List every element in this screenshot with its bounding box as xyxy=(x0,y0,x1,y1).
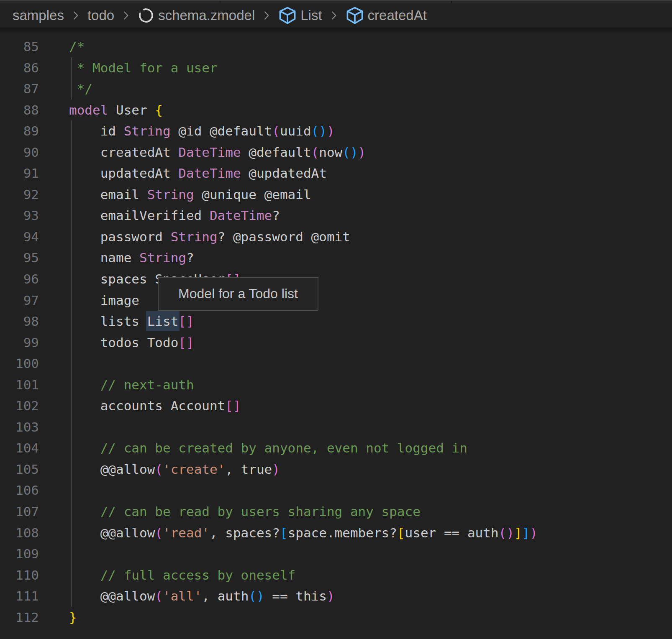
line-number: 93 xyxy=(0,205,39,226)
line-number: 88 xyxy=(0,100,39,121)
code-line-content[interactable]: /* xyxy=(69,36,85,57)
breadcrumb-item-createdat[interactable]: createdAt xyxy=(346,6,427,25)
code-line-content[interactable]: createdAt DateTime @default(now()) xyxy=(69,142,366,163)
code-line-content[interactable]: @@allow('all', auth() == this) xyxy=(69,585,335,607)
breadcrumb-label: schema.zmodel xyxy=(158,8,255,23)
indent-guide xyxy=(71,353,72,374)
code-line-content[interactable]: id String @id @default(uuid()) xyxy=(69,120,335,142)
code-line-content[interactable]: // can be created by anyone, even not lo… xyxy=(69,437,467,459)
loading-icon xyxy=(138,7,154,24)
code-line-95: 95 name String? xyxy=(0,247,672,268)
code-line-90: 90 createdAt DateTime @default(now()) xyxy=(0,142,672,163)
code-line-105: 105 @@allow('create', true) xyxy=(0,459,672,480)
line-number: 98 xyxy=(0,311,39,332)
code-line-content[interactable]: todos Todo[] xyxy=(69,332,194,353)
line-number: 107 xyxy=(0,501,39,522)
tab-separator xyxy=(220,1,221,3)
line-number: 90 xyxy=(0,142,39,163)
code-line-content[interactable]: password String? @password @omit xyxy=(69,226,350,248)
line-number: 89 xyxy=(0,120,39,142)
code-line-91: 91 updatedAt DateTime @updatedAt xyxy=(0,163,672,184)
line-number: 100 xyxy=(0,353,39,374)
tab-strip xyxy=(0,0,672,3)
code-line-101: 101 // next-auth xyxy=(0,374,672,396)
code-line-content[interactable]: emailVerified DateTime? xyxy=(69,205,280,226)
code-line-content[interactable]: lists List[] xyxy=(69,311,194,332)
line-number: 85 xyxy=(0,36,39,57)
breadcrumb-item-schema-zmodel[interactable]: schema.zmodel xyxy=(138,7,255,24)
indent-guide xyxy=(71,417,72,438)
hover-tooltip-text: Model for a Todo list xyxy=(178,286,298,302)
code-line-94: 94 password String? @password @omit xyxy=(0,226,672,248)
breadcrumb-item-list[interactable]: List xyxy=(278,6,322,25)
code-line-content[interactable]: name String? xyxy=(69,247,194,268)
code-line-content[interactable]: // full access by oneself xyxy=(69,565,295,586)
hover-tooltip: Model for a Todo list xyxy=(158,277,318,311)
code-line-112: 112} xyxy=(0,607,672,628)
code-line-108: 108 @@allow('read', spaces?[space.member… xyxy=(0,522,672,544)
breadcrumb-label: todo xyxy=(87,8,114,23)
code-line-107: 107 // can be read by users sharing any … xyxy=(0,501,672,522)
chevron-right-icon xyxy=(120,9,132,22)
breadcrumb-item-todo[interactable]: todo xyxy=(87,8,114,23)
code-line-98: 98 lists List[] xyxy=(0,311,672,332)
line-number: 111 xyxy=(0,585,39,607)
chevron-right-icon xyxy=(69,9,82,22)
code-line-100: 100 xyxy=(0,353,672,374)
symbol-class-icon xyxy=(346,6,364,25)
tab-separator xyxy=(451,1,452,3)
line-number: 94 xyxy=(0,226,39,248)
chevron-right-icon xyxy=(260,9,273,22)
line-number: 95 xyxy=(0,247,39,268)
loading-icon xyxy=(138,7,154,24)
scroll-shadow xyxy=(0,28,672,33)
symbol-class-icon xyxy=(346,6,364,25)
line-number: 109 xyxy=(0,543,39,565)
line-number: 105 xyxy=(0,459,39,480)
code-editor: 85/*86 * Model for a user87 */88model Us… xyxy=(0,28,672,628)
code-line-109: 109 xyxy=(0,543,672,565)
chevron-right-icon xyxy=(328,9,340,22)
code-line-content[interactable]: // can be read by users sharing any spac… xyxy=(69,501,421,522)
code-line-85: 85/* xyxy=(0,36,672,57)
line-number: 97 xyxy=(0,290,39,311)
code-line-content[interactable]: */ xyxy=(69,78,92,100)
code-line-content[interactable]: model User { xyxy=(69,100,163,121)
code-line-content[interactable]: email String @unique @email xyxy=(69,184,311,205)
code-line-88: 88model User { xyxy=(0,100,672,121)
word-highlight: List xyxy=(147,314,179,329)
chevron-right-icon xyxy=(69,9,82,22)
breadcrumb-label: List xyxy=(300,8,322,23)
code-line-87: 87 */ xyxy=(0,78,672,100)
breadcrumb-item-samples[interactable]: samples xyxy=(13,8,64,23)
code-line-content[interactable]: @@allow('read', spaces?[space.members?[u… xyxy=(69,522,538,544)
code-line-96: 96 spaces SpaceUser[] xyxy=(0,268,672,290)
code-line-content[interactable]: image xyxy=(69,290,139,311)
line-number: 92 xyxy=(0,184,39,205)
code-line-102: 102 accounts Account[] xyxy=(0,395,672,417)
chevron-right-icon xyxy=(260,9,273,22)
code-line-92: 92 email String @unique @email xyxy=(0,184,672,205)
line-number: 103 xyxy=(0,417,39,438)
line-number: 99 xyxy=(0,332,39,353)
symbol-class-icon xyxy=(278,6,297,25)
code-line-104: 104 // can be created by anyone, even no… xyxy=(0,437,672,459)
line-number: 108 xyxy=(0,522,39,544)
code-line-content[interactable]: // next-auth xyxy=(69,374,194,396)
code-line-99: 99 todos Todo[] xyxy=(0,332,672,353)
line-number: 91 xyxy=(0,163,39,184)
code-line-content[interactable]: updatedAt DateTime @updatedAt xyxy=(69,163,327,184)
code-line-content[interactable]: accounts Account[] xyxy=(69,395,241,417)
code-line-content[interactable]: } xyxy=(69,607,77,628)
code-line-content[interactable]: @@allow('create', true) xyxy=(69,459,280,480)
code-line-106: 106 xyxy=(0,480,672,501)
line-number: 87 xyxy=(0,78,39,100)
breadcrumb-label: createdAt xyxy=(368,8,427,23)
indent-guide xyxy=(71,480,72,501)
line-number: 101 xyxy=(0,374,39,396)
code-line-93: 93 emailVerified DateTime? xyxy=(0,205,672,226)
code-line-111: 111 @@allow('all', auth() == this) xyxy=(0,585,672,607)
breadcrumb-label: samples xyxy=(13,8,64,23)
code-line-content[interactable]: * Model for a user xyxy=(69,57,218,79)
code-line-103: 103 xyxy=(0,417,672,438)
